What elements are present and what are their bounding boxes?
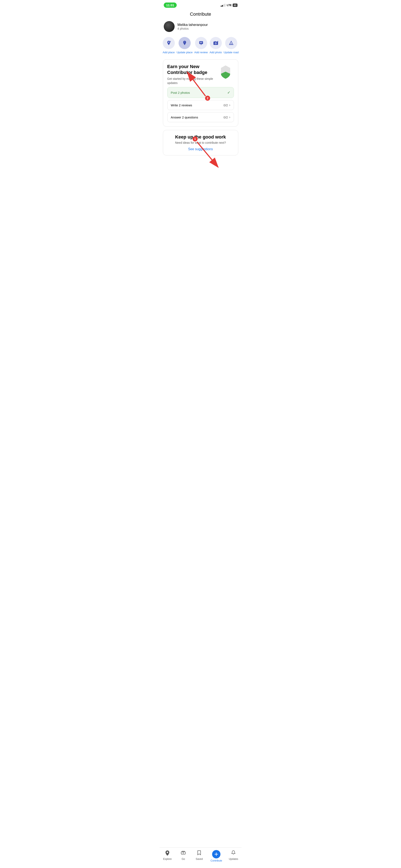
svg-text:+: + xyxy=(170,40,171,42)
badge-card-subtitle: Get started by making these simple updat… xyxy=(167,77,217,85)
signal-bar-3 xyxy=(223,4,224,7)
badge-svg xyxy=(217,64,234,81)
add-photo-icon: + xyxy=(213,40,219,46)
badge-card-title: Earn your New Contributor badge xyxy=(167,64,217,75)
badge-icon xyxy=(217,64,234,81)
task-write-reviews-right: 0/2 › xyxy=(223,103,230,107)
update-road-label: Update road xyxy=(224,51,239,54)
task-answer-questions-right: 0/2 › xyxy=(223,115,230,119)
signal-bar-2 xyxy=(222,5,223,7)
add-review-label: Add review xyxy=(194,51,208,54)
battery-icon: 63 xyxy=(233,4,237,7)
task-write-reviews[interactable]: Write 2 reviews 0/2 › xyxy=(167,100,234,110)
keep-up-title: Keep up the good work xyxy=(167,134,234,140)
status-bar: 11:01 LTE 63 xyxy=(160,0,242,9)
svg-rect-5 xyxy=(215,41,216,42)
signal-bar-4 xyxy=(224,4,225,7)
avatar xyxy=(164,21,175,32)
update-place-label: Update place xyxy=(177,51,193,54)
add-review-icon xyxy=(198,40,204,46)
svg-text:+: + xyxy=(217,40,218,42)
task-post-photos[interactable]: Post 2 photos ✓ xyxy=(167,87,234,98)
task-check-icon: ✓ xyxy=(227,90,230,95)
task-write-reviews-progress: 0/2 xyxy=(223,103,228,107)
user-photos: 4 photos xyxy=(178,27,208,30)
add-place-label: Add place xyxy=(163,51,175,54)
update-road-icon-circle xyxy=(225,37,237,49)
lte-label: LTE xyxy=(227,4,232,7)
action-update-road[interactable]: Update road xyxy=(224,37,239,54)
action-add-review[interactable]: Add review xyxy=(194,37,208,54)
action-add-place[interactable]: + Add place xyxy=(162,37,175,54)
badge-card-text: Earn your New Contributor badge Get star… xyxy=(167,64,217,85)
keep-up-card: Keep up the good work Need ideas for wha… xyxy=(163,130,238,155)
task-answer-questions-progress: 0/2 xyxy=(223,116,228,119)
update-road-icon xyxy=(228,40,234,46)
svg-point-4 xyxy=(215,43,216,44)
signal-bar-1 xyxy=(221,6,222,7)
action-add-photo[interactable]: + Add photo xyxy=(210,37,222,54)
user-name: Melika taheranpour xyxy=(178,23,208,27)
add-place-icon: + xyxy=(166,40,172,46)
task-answer-questions-chevron: › xyxy=(229,115,230,119)
task-write-reviews-label: Write 2 reviews xyxy=(171,103,192,107)
add-review-icon-circle xyxy=(195,37,207,49)
badge-card-header: Earn your New Contributor badge Get star… xyxy=(167,64,234,85)
signal-bars xyxy=(221,4,225,7)
update-place-icon-circle xyxy=(179,37,191,49)
task-answer-questions-label: Answer 2 questions xyxy=(171,116,198,119)
action-update-place[interactable]: Update place xyxy=(177,37,193,54)
keep-up-subtitle: Need ideas for what to contribute next? xyxy=(167,141,234,144)
see-suggestions-link[interactable]: See suggestions xyxy=(188,147,213,151)
page-title: Contribute xyxy=(160,11,242,17)
task-post-photos-label: Post 2 photos xyxy=(171,91,190,94)
svg-rect-1 xyxy=(199,41,203,44)
add-photo-label: Add photo xyxy=(210,51,222,54)
status-right: LTE 63 xyxy=(221,4,238,7)
update-place-icon xyxy=(182,40,188,46)
add-place-icon-circle: + xyxy=(163,37,175,49)
add-photo-icon-circle: + xyxy=(210,37,222,49)
badge-card: Earn your New Contributor badge Get star… xyxy=(163,59,238,127)
user-info: Melika taheranpour 4 photos xyxy=(178,23,208,30)
task-answer-questions[interactable]: Answer 2 questions 0/2 › xyxy=(167,112,234,122)
status-time: 11:01 xyxy=(164,2,177,8)
task-write-reviews-chevron: › xyxy=(229,103,230,107)
quick-actions: + Add place Update place xyxy=(160,37,242,54)
user-profile[interactable]: Melika taheranpour 4 photos xyxy=(160,21,242,32)
